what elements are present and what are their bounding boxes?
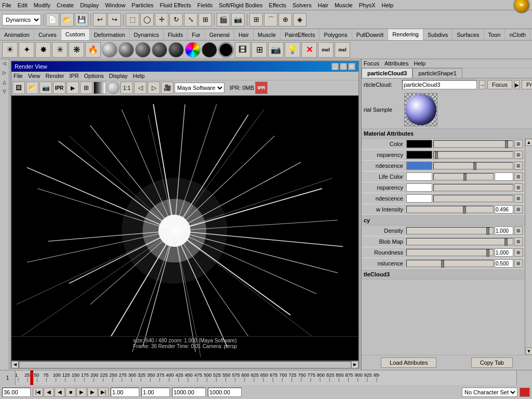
attr-node-btn2[interactable]: ▶	[514, 80, 520, 89]
copy-tab-btn[interactable]: Copy Tab	[471, 357, 513, 368]
render-canvas[interactable]: size: 640 / 480 zoom: 1.000 (Maya Softwa…	[11, 96, 358, 361]
scale-btn[interactable]: ⤡	[184, 13, 197, 26]
shelf-icon-dark[interactable]	[202, 42, 217, 58]
shelf-tab-fluids[interactable]: Fluids	[164, 29, 188, 41]
shelf-icon-burst[interactable]: ❋	[69, 42, 84, 58]
attr-tab-2[interactable]: particleShape1	[413, 68, 462, 78]
left-icon-2[interactable]: ▷	[1, 70, 9, 78]
shelf-icon-x[interactable]: ✕	[301, 42, 317, 58]
renderer-select[interactable]: Maya Software	[175, 83, 224, 93]
attr-map-blobmap[interactable]: ⊞	[514, 237, 523, 246]
shelf-tab-toon[interactable]: Toon	[484, 29, 506, 41]
attr-color-incandescence[interactable]	[406, 162, 432, 170]
left-icon-1[interactable]: ◁	[1, 61, 9, 69]
shelf-tab-surfaces[interactable]: Surfaces	[453, 29, 484, 41]
rtb-zoom[interactable]: 1:1	[121, 82, 133, 94]
menu-muscle[interactable]: Muscle	[335, 2, 353, 8]
range-end-input[interactable]	[208, 388, 242, 397]
attr-input-lifecolor[interactable]	[495, 172, 513, 181]
shelf-icon-camera[interactable]: 📷	[268, 42, 284, 58]
attr-thumb-roundness[interactable]	[486, 249, 489, 257]
menu-display[interactable]: Display	[80, 2, 99, 8]
left-icon-3[interactable]: △	[1, 79, 9, 88]
shelf-icon-sphere3[interactable]	[135, 42, 151, 58]
menu-create[interactable]: Create	[57, 2, 74, 8]
attr-thumb-density[interactable]	[486, 228, 489, 235]
scroll-down-btn[interactable]: ▼	[525, 348, 532, 355]
attr-input-roundness[interactable]	[495, 248, 513, 257]
rtb-sphere[interactable]	[107, 82, 119, 94]
maximize-btn[interactable]: □	[340, 63, 347, 70]
attr-map-density[interactable]: ⊞	[514, 227, 523, 235]
shelf-icon-fire[interactable]: 🔥	[85, 42, 101, 58]
close-btn[interactable]: ✕	[348, 63, 355, 70]
shelf-icon-mel[interactable]: mel	[318, 42, 334, 58]
rmenu-view[interactable]: View	[28, 73, 41, 79]
menu-help[interactable]: Help	[382, 2, 394, 8]
shelf-tab-ncloth[interactable]: nCloth	[505, 29, 530, 41]
shelf-tab-deformation[interactable]: Deformation	[90, 29, 130, 41]
menu-hair[interactable]: Hair	[318, 2, 328, 8]
attr-track-lifetransp[interactable]	[433, 184, 513, 191]
menu-fields[interactable]: Fields	[197, 2, 212, 8]
snap-point-btn[interactable]: ⊕	[278, 13, 292, 26]
shelf-icon-light[interactable]: 💡	[285, 42, 300, 58]
rmenu-help[interactable]: Help	[133, 73, 145, 79]
menu-modify[interactable]: Modify	[34, 2, 50, 8]
new-file-btn[interactable]: 📄	[46, 13, 59, 26]
rtb-cam[interactable]: 🎥	[161, 82, 174, 94]
shelf-icon-mel2[interactable]: mel	[335, 42, 350, 58]
rtb-color[interactable]	[94, 82, 106, 94]
transport-stop[interactable]: ■	[65, 388, 76, 397]
transport-next-key[interactable]: ▶|	[98, 388, 109, 397]
attr-color-lifeincand[interactable]	[406, 194, 432, 203]
scroll-left-btn[interactable]: ◀	[11, 361, 19, 368]
shelf-icon-sphere5[interactable]	[168, 42, 184, 58]
minimize-btn[interactable]: _	[331, 63, 339, 70]
anim-end-input[interactable]	[141, 388, 170, 397]
attr-thumb-incandescence[interactable]	[473, 163, 476, 170]
shelf-tab-general[interactable]: General	[205, 29, 234, 41]
shelf-tab-rendering[interactable]: Rendering	[388, 29, 423, 41]
attr-track-translucence[interactable]	[406, 260, 494, 267]
anim-start-input[interactable]	[111, 388, 139, 397]
shelf-tab-subdivs[interactable]: Subdivs	[423, 29, 453, 41]
attr-thumb-glowintensity[interactable]	[463, 206, 466, 214]
attr-thumb-translucence[interactable]	[441, 260, 444, 268]
select-btn[interactable]: ⬚	[126, 13, 139, 26]
rtb-new[interactable]: 🖼	[12, 82, 25, 94]
attr-track-lifecolor[interactable]	[433, 173, 494, 180]
rtb-region[interactable]: ⊞	[80, 82, 92, 94]
shelf-icon-star[interactable]: ✦	[19, 42, 34, 58]
scroll-track[interactable]	[19, 361, 351, 368]
scroll-right-btn[interactable]: ▶	[351, 361, 358, 368]
attr-input-glowintensity[interactable]	[495, 205, 513, 214]
shelf-icon-color[interactable]	[185, 42, 201, 58]
rtb-fit2[interactable]: ▷	[148, 82, 160, 94]
transport-play-fwd[interactable]: ▶	[76, 388, 87, 397]
attr-thumb-lifecolor[interactable]	[463, 174, 467, 181]
rtb-ipr[interactable]: IPR	[53, 82, 65, 94]
render-btn[interactable]: 🎬	[217, 13, 230, 26]
attr-menu-help[interactable]: Help	[414, 60, 425, 66]
transport-play-back[interactable]: ◀	[55, 388, 65, 397]
attr-track-roundness[interactable]	[406, 249, 494, 256]
attr-scrollbar[interactable]: ▲ ▼	[525, 139, 532, 355]
attr-thumb-color[interactable]	[505, 141, 508, 148]
menu-file[interactable]: File	[2, 2, 11, 8]
menu-window[interactable]: Window	[105, 2, 125, 8]
attr-track-density[interactable]	[406, 227, 494, 234]
shelf-icon-ring[interactable]	[218, 42, 234, 58]
attr-input-translucence[interactable]	[495, 259, 513, 268]
shelf-icon-sphere4[interactable]	[152, 42, 167, 58]
attr-track-blobmap[interactable]	[406, 238, 513, 245]
attr-map-lifecolor[interactable]: ⊞	[514, 172, 523, 181]
attr-menu-focus[interactable]: Focus	[364, 60, 379, 66]
snap-curve-btn[interactable]: ⌒	[264, 13, 277, 26]
shelf-tab-hair[interactable]: Hair	[234, 29, 254, 41]
ipr-btn[interactable]: 📷	[231, 13, 245, 26]
attr-map-lifeincand[interactable]: ⊞	[514, 194, 523, 203]
scroll-vtrack[interactable]	[525, 146, 532, 348]
rtb-ipr-badge[interactable]: IPR	[255, 82, 268, 94]
attr-color-transparency[interactable]	[406, 151, 432, 159]
